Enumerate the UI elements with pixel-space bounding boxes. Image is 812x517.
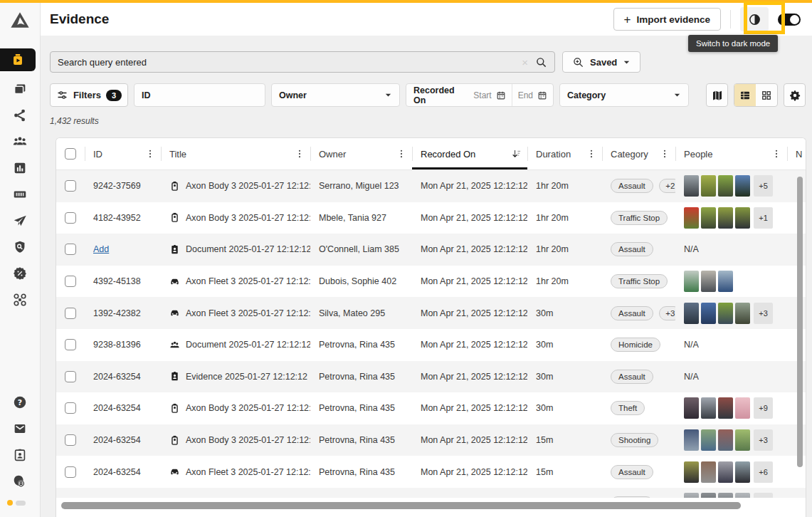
sidebar-item-certification[interactable]	[11, 265, 28, 282]
person-thumbnail[interactable]	[684, 303, 699, 324]
column-header-people[interactable]: People	[675, 138, 787, 169]
grid-view-button[interactable]	[756, 84, 777, 106]
column-menu-icon[interactable]	[145, 149, 155, 159]
person-thumbnail[interactable]	[718, 461, 733, 483]
person-thumbnail[interactable]	[701, 175, 716, 197]
sidebar-item-investigate[interactable]	[11, 239, 28, 256]
end-date-picker[interactable]: End	[512, 84, 553, 106]
people-more-chip[interactable]: +5	[754, 175, 773, 197]
axon-logo-icon[interactable]	[9, 10, 31, 31]
sidebar-item-user-shield[interactable]	[11, 473, 28, 490]
recorded-on-filter[interactable]: Recorded On Start End	[406, 83, 554, 107]
row-checkbox[interactable]	[65, 308, 76, 319]
person-thumbnail[interactable]	[684, 271, 699, 292]
row-checkbox[interactable]	[65, 339, 76, 350]
table-row[interactable]: 2024-63254 Axon Fleet 3 2025-01-27 12:12…	[56, 456, 806, 488]
table-settings-button[interactable]	[784, 83, 806, 107]
saved-searches-button[interactable]: Saved	[562, 51, 640, 73]
sidebar-item-evidence[interactable]	[0, 48, 36, 71]
column-header-duration[interactable]: Duration	[527, 138, 602, 169]
table-row[interactable]: 4182-43952 Axon Body 3 2025-01-27 12:12:…	[56, 202, 806, 234]
sidebar-item-barcode[interactable]	[11, 186, 28, 203]
table-row[interactable]: 2024-63254 Axon Body 3 2025-01-27 12:12:…	[56, 424, 806, 456]
search-icon[interactable]	[535, 56, 547, 68]
row-add-link[interactable]: Add	[93, 244, 109, 254]
person-thumbnail[interactable]	[718, 303, 733, 324]
column-header-category[interactable]: Category	[602, 138, 675, 169]
theme-toggle[interactable]	[778, 14, 801, 26]
id-filter-field[interactable]: ID	[134, 83, 265, 107]
column-header-owner[interactable]: Owner	[310, 138, 412, 169]
person-thumbnail[interactable]	[684, 207, 699, 229]
clear-search-icon[interactable]: ×	[522, 57, 528, 68]
select-all-checkbox[interactable]	[65, 148, 76, 160]
person-thumbnail[interactable]	[684, 493, 699, 498]
table-row[interactable]: 2024-63254 Evidence 2025-01-27 12:12:12 …	[56, 361, 806, 393]
person-thumbnail[interactable]	[684, 175, 699, 197]
column-header-next-partial[interactable]: N	[787, 138, 806, 169]
sidebar-item-help[interactable]: ?	[11, 394, 28, 411]
row-checkbox[interactable]	[65, 180, 76, 192]
search-input[interactable]: Search query entered ×	[50, 51, 555, 73]
row-checkbox[interactable]	[65, 371, 76, 382]
category-more-pill[interactable]: +2	[659, 179, 675, 193]
calendar-icon[interactable]	[496, 90, 506, 100]
row-checkbox[interactable]	[65, 466, 76, 478]
sidebar-item-analytics[interactable]	[11, 160, 28, 177]
person-thumbnail[interactable]	[735, 461, 750, 483]
row-checkbox[interactable]	[65, 212, 76, 224]
person-thumbnail[interactable]	[735, 429, 750, 451]
sort-descending-icon[interactable]	[511, 149, 522, 160]
table-row[interactable]: 9242-37569 Axon Body 3 2025-01-27 12:12:…	[56, 170, 806, 202]
column-header-id[interactable]: ID	[85, 138, 161, 169]
person-thumbnail[interactable]	[684, 461, 699, 483]
horizontal-scrollbar[interactable]	[61, 502, 741, 509]
person-thumbnail[interactable]	[701, 493, 716, 498]
table-row[interactable]: 1392-42382 Axon Fleet 3 2025-01-27 12:12…	[56, 297, 806, 329]
person-thumbnail[interactable]	[718, 429, 733, 451]
start-date-picker[interactable]: Start	[468, 84, 511, 106]
row-checkbox[interactable]	[65, 402, 76, 414]
sidebar-item-id-badge[interactable]	[11, 446, 28, 464]
map-view-button[interactable]	[706, 83, 728, 107]
person-thumbnail[interactable]	[701, 429, 716, 451]
column-menu-icon[interactable]	[396, 149, 406, 159]
person-thumbnail[interactable]	[735, 397, 750, 419]
person-thumbnail[interactable]	[701, 397, 716, 419]
filters-button[interactable]: Filters 3	[50, 83, 128, 107]
column-menu-icon[interactable]	[295, 149, 305, 159]
column-menu-icon[interactable]	[586, 149, 596, 159]
column-menu-icon[interactable]	[771, 149, 781, 159]
person-thumbnail[interactable]	[701, 207, 716, 229]
table-row[interactable]: Add Document 2025-01-27 12:12:12 O'Conne…	[56, 234, 806, 266]
vertical-scrollbar[interactable]	[797, 177, 803, 467]
person-thumbnail[interactable]	[718, 175, 733, 197]
person-thumbnail[interactable]	[718, 271, 733, 292]
row-checkbox[interactable]	[65, 434, 76, 446]
table-view-button[interactable]	[734, 84, 756, 106]
sidebar-item-share-network[interactable]	[11, 107, 28, 124]
column-header-recorded-on[interactable]: Recorded On	[412, 138, 527, 169]
sidebar-item-drone[interactable]	[11, 291, 28, 308]
sidebar-pager[interactable]	[7, 500, 40, 506]
row-checkbox[interactable]	[65, 244, 76, 255]
person-thumbnail[interactable]	[735, 493, 750, 498]
dark-mode-button[interactable]	[740, 7, 769, 31]
calendar-icon[interactable]	[537, 90, 547, 100]
import-evidence-button[interactable]: + Import evidence	[613, 8, 721, 31]
person-thumbnail[interactable]	[735, 207, 750, 229]
people-more-chip[interactable]	[754, 493, 773, 498]
person-thumbnail[interactable]	[701, 303, 716, 324]
sidebar-item-community[interactable]	[11, 133, 28, 150]
person-thumbnail[interactable]	[684, 397, 699, 419]
sidebar-item-dispatch[interactable]	[11, 212, 28, 229]
id-filter-input[interactable]	[157, 88, 199, 103]
owner-filter-dropdown[interactable]: Owner	[271, 83, 400, 107]
people-more-chip[interactable]: +9	[754, 397, 773, 419]
person-thumbnail[interactable]	[684, 429, 699, 451]
person-thumbnail[interactable]	[735, 303, 750, 324]
person-thumbnail[interactable]	[718, 493, 733, 498]
people-more-chip[interactable]: +3	[754, 303, 773, 324]
table-row[interactable]: 2024-63254 Axon Fleet 3 2025-01-27 12:12…	[56, 488, 806, 498]
category-more-pill[interactable]: +3	[659, 306, 675, 320]
